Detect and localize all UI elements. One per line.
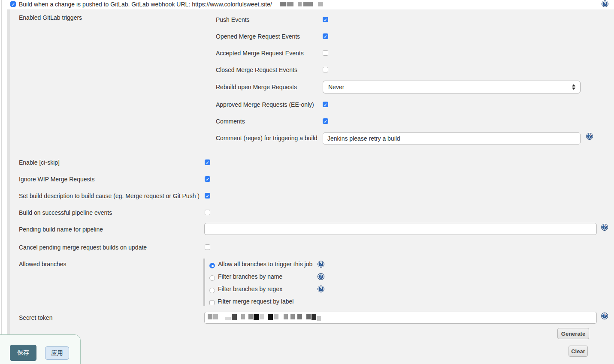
comments-checkbox[interactable] xyxy=(323,118,328,124)
cancel-pending-mr-label: Cancel pending merge request builds on u… xyxy=(19,244,147,251)
closed-mr-events-label: Closed Merge Request Events xyxy=(216,66,297,73)
set-build-description-checkbox[interactable] xyxy=(205,193,210,199)
cancel-pending-mr-checkbox[interactable] xyxy=(205,244,210,250)
radio-group-bar xyxy=(203,259,205,306)
save-apply-panel: 保存 应用 xyxy=(0,334,81,364)
filter-branches-by-regex-radio[interactable] xyxy=(209,288,215,293)
help-icon[interactable]: ? xyxy=(586,133,593,140)
build-on-pipeline-checkbox[interactable] xyxy=(205,210,210,215)
filter-branches-by-name-radio[interactable] xyxy=(209,275,215,281)
pending-build-name-input[interactable] xyxy=(204,223,597,235)
rebuild-open-mr-selected-value: Never xyxy=(328,84,344,90)
filter-mr-by-label-label: Filter merge request by label xyxy=(218,298,293,305)
allow-all-branches-radio[interactable] xyxy=(209,263,215,268)
ignore-wip-mr-checkbox[interactable] xyxy=(205,176,210,182)
rebuild-open-mr-label: Rebuild open Merge Requests xyxy=(216,84,297,90)
opened-mr-events-checkbox[interactable] xyxy=(323,33,328,39)
enable-ci-skip-checkbox[interactable] xyxy=(205,159,210,165)
approved-mr-checkbox[interactable] xyxy=(323,102,328,107)
left-frame-line xyxy=(1,0,2,335)
help-icon[interactable]: ? xyxy=(601,224,608,231)
closed-mr-events-checkbox[interactable] xyxy=(323,67,328,72)
pending-build-name-label: Pending build name for pipeline xyxy=(19,226,103,233)
comment-regex-input[interactable] xyxy=(323,132,581,144)
help-icon[interactable]: ? xyxy=(318,286,324,292)
allow-all-branches-label: Allow all branches to trigger this job xyxy=(218,261,312,268)
select-spinner-icon xyxy=(572,84,575,90)
gitlab-trigger-config-page: Build when a change is pushed to GitLab.… xyxy=(0,0,614,364)
apply-button[interactable]: 应用 xyxy=(45,346,69,360)
help-icon[interactable]: ? xyxy=(318,261,324,268)
generate-button[interactable]: Generate xyxy=(557,328,589,339)
save-button[interactable]: 保存 xyxy=(10,345,36,361)
build-when-pushed-checkbox[interactable] xyxy=(10,1,16,7)
enabled-triggers-label: Enabled GitLab triggers xyxy=(19,14,82,21)
push-events-label: Push Events xyxy=(216,16,250,23)
filter-mr-by-label-checkbox[interactable] xyxy=(209,300,215,305)
set-build-description-label: Set build description to build cause (eg… xyxy=(19,193,200,199)
trigger-config-section xyxy=(7,9,614,364)
approved-mr-label: Approved Merge Requests (EE-only) xyxy=(216,101,314,108)
build-on-pipeline-label: Build on successful pipeline events xyxy=(19,209,112,216)
rebuild-open-mr-select[interactable]: Never xyxy=(323,81,581,93)
filter-branches-by-regex-label: Filter branches by regex xyxy=(218,286,282,292)
filter-branches-by-name-label: Filter branches by name xyxy=(218,273,282,280)
enable-ci-skip-label: Enable [ci-skip] xyxy=(19,159,60,166)
comments-label: Comments xyxy=(216,118,245,125)
accepted-mr-events-label: Accepted Merge Request Events xyxy=(216,50,304,57)
accepted-mr-events-checkbox[interactable] xyxy=(323,50,328,56)
clear-button[interactable]: Clear xyxy=(569,346,588,357)
comment-regex-label: Comment (regex) for triggering a build xyxy=(216,135,318,141)
secret-token-label: Secret token xyxy=(19,314,53,321)
opened-mr-events-label: Opened Merge Request Events xyxy=(216,33,300,40)
push-events-checkbox[interactable] xyxy=(323,17,328,22)
help-icon[interactable]: ? xyxy=(602,0,608,7)
help-icon[interactable]: ? xyxy=(601,313,608,319)
help-icon[interactable]: ? xyxy=(318,273,324,280)
ignore-wip-mr-label: Ignore WIP Merge Requests xyxy=(19,176,94,183)
build-when-pushed-label: Build when a change is pushed to GitLab.… xyxy=(19,1,272,8)
secret-token-redacted xyxy=(208,314,321,322)
allowed-branches-label: Allowed branches xyxy=(19,261,67,268)
webhook-url-redacted xyxy=(280,2,323,7)
